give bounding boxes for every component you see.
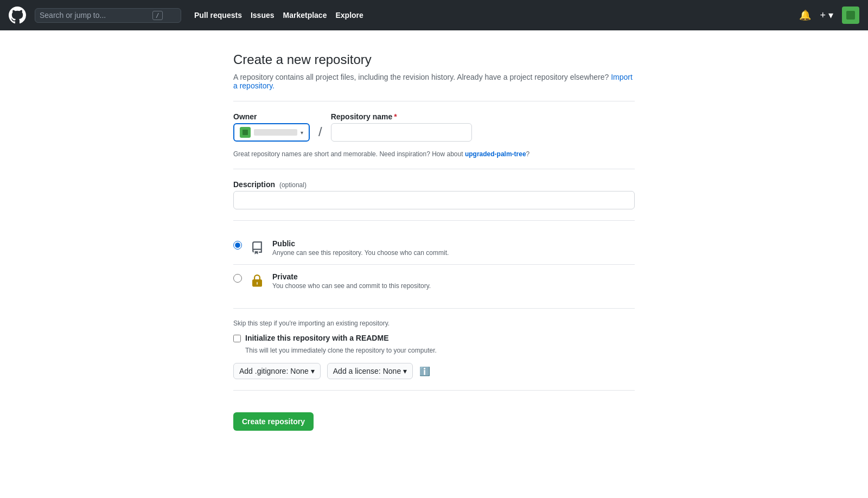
private-radio-content: Private You choose who can see and commi… (272, 272, 635, 290)
description-input[interactable] (233, 191, 635, 209)
private-label: Private (272, 272, 635, 281)
owner-repo-row: Owner ▾ / Repository name* (233, 112, 635, 142)
radio-private[interactable] (233, 274, 242, 283)
main-content: Create a new repository A repository con… (222, 52, 646, 474)
readme-checkbox-row: Initialize this repository with a README (233, 334, 635, 342)
public-label: Public (272, 239, 635, 248)
section-divider-visibility (233, 220, 635, 221)
init-section: Skip this step if you're importing an ex… (233, 320, 635, 379)
section-divider-init (233, 308, 635, 309)
description-optional: (optional) (279, 181, 307, 189)
gitignore-label: Add .gitignore: (239, 367, 288, 375)
owner-field-group: Owner ▾ (233, 112, 310, 142)
owner-dropdown-arrow: ▾ (301, 130, 303, 136)
user-avatar[interactable] (842, 7, 859, 24)
private-icon (248, 272, 266, 290)
nav-pull-requests[interactable]: Pull requests (194, 11, 242, 20)
readme-label[interactable]: Initialize this repository with a README (245, 334, 388, 342)
github-logo[interactable] (9, 7, 26, 24)
license-value: None (383, 367, 401, 375)
navbar-right: 🔔 + ▾ (799, 7, 859, 24)
public-icon (248, 239, 266, 257)
owner-label: Owner (233, 112, 310, 121)
nav-links: Pull requests Issues Marketplace Explore (194, 11, 363, 20)
readme-checkbox[interactable] (233, 335, 241, 342)
notifications-icon[interactable]: 🔔 (799, 9, 811, 21)
section-divider-desc (233, 169, 635, 169)
visibility-section: Public Anyone can see this repository. Y… (233, 232, 635, 297)
radio-public[interactable] (233, 241, 242, 250)
license-info-icon[interactable]: ℹ️ (419, 366, 430, 376)
public-radio-content: Public Anyone can see this repository. Y… (272, 239, 635, 257)
repo-suggestion-link[interactable]: upgraded-palm-tree (465, 150, 526, 158)
slash-separator: / (316, 124, 324, 142)
section-divider-top (233, 101, 635, 101)
repo-name-field-group: Repository name* (331, 112, 472, 142)
description-field-group: Description (optional) (233, 180, 635, 209)
repo-name-helper: Great repository names are short and mem… (233, 150, 635, 158)
required-star: * (394, 112, 397, 121)
page-subtitle: A repository contains all project files,… (233, 73, 635, 90)
search-bar[interactable]: / (35, 8, 181, 23)
add-menu[interactable]: + ▾ (820, 9, 833, 21)
license-dropdown-arrow: ▾ (403, 367, 407, 375)
section-divider-bottom (233, 390, 635, 391)
owner-select[interactable]: ▾ (233, 123, 310, 142)
radio-option-private: Private You choose who can see and commi… (233, 264, 635, 297)
search-input[interactable] (40, 11, 148, 20)
create-repo-button[interactable]: Create repository (233, 412, 314, 431)
nav-issues[interactable]: Issues (251, 11, 275, 20)
license-select[interactable]: Add a license: None ▾ (327, 363, 413, 379)
navbar: / Pull requests Issues Marketplace Explo… (0, 0, 868, 30)
init-note: Skip this step if you're importing an ex… (233, 320, 635, 327)
gitignore-select[interactable]: Add .gitignore: None ▾ (233, 363, 321, 379)
license-label: Add a license: (333, 367, 381, 375)
gitignore-value: None (290, 367, 308, 375)
radio-option-public: Public Anyone can see this repository. Y… (233, 232, 635, 264)
public-desc: Anyone can see this repository. You choo… (272, 249, 635, 257)
private-desc: You choose who can see and commit to thi… (272, 282, 635, 290)
subtitle-text: A repository contains all project files,… (233, 73, 609, 81)
description-label: Description (optional) (233, 180, 635, 189)
nav-explore[interactable]: Explore (335, 11, 363, 20)
nav-marketplace[interactable]: Marketplace (283, 11, 327, 20)
dropdowns-row: Add .gitignore: None ▾ Add a license: No… (233, 363, 635, 379)
readme-sublabel: This will let you immediately clone the … (245, 347, 635, 354)
repo-name-input[interactable] (331, 123, 472, 142)
gitignore-dropdown-arrow: ▾ (311, 367, 315, 375)
owner-avatar (240, 127, 251, 138)
search-kbd: / (152, 11, 163, 20)
repo-name-label: Repository name* (331, 112, 472, 121)
page-title: Create a new repository (233, 52, 635, 67)
owner-name (254, 129, 297, 136)
